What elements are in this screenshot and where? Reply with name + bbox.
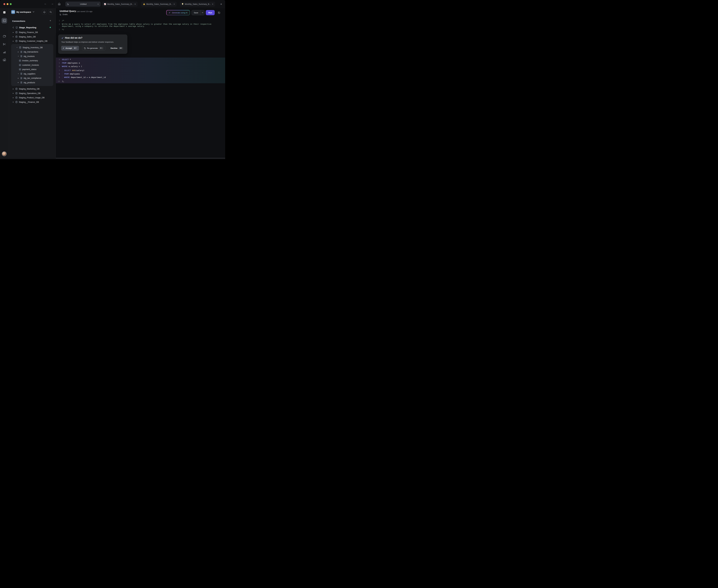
regenerate-shortcut: ⌘G xyxy=(99,47,104,49)
accept-label: Accept xyxy=(65,47,72,49)
tree-item-table[interactable]: payment_status xyxy=(11,67,53,71)
search-button[interactable] xyxy=(48,9,53,15)
forward-arrow-icon[interactable]: → xyxy=(51,2,54,5)
caret-right-icon[interactable]: ▶ xyxy=(17,51,19,52)
caret-down-icon[interactable]: ▼ xyxy=(16,47,18,48)
caret-right-icon[interactable]: ▶ xyxy=(12,101,14,103)
tree-item-label: Staging_Sales_DB xyxy=(19,36,36,38)
code-line[interactable]: SELECT AVG(salary) xyxy=(62,69,84,71)
connection-stage-reporting[interactable]: Stage_Reporting xyxy=(9,25,56,29)
regenerate-button[interactable]: Re-generate ⌘G xyxy=(82,46,105,50)
code-line[interactable]: ); xyxy=(62,80,64,83)
tree-item-database[interactable]: ▶ Staging_Finance_DB xyxy=(9,30,56,35)
decline-button[interactable]: Decline ⌘D xyxy=(109,46,125,50)
save-menu-button[interactable] xyxy=(201,10,204,15)
code-comment[interactable]: Write me a query to select all employees… xyxy=(62,23,211,25)
caret-right-icon[interactable]: ▶ xyxy=(12,88,14,89)
back-arrow-icon[interactable]: ← xyxy=(44,2,47,5)
tree-item-schema-expanded[interactable]: ▼ stg_suppliers xyxy=(11,71,53,76)
tree-item-schema[interactable]: ▶ stg_products xyxy=(11,80,53,85)
rail-item-ai-robot[interactable] xyxy=(0,58,9,61)
tree-item-database[interactable]: ▶ Staging__Finance_DB xyxy=(9,100,56,104)
traffic-zoom-button[interactable] xyxy=(10,3,12,5)
rail-item-charts[interactable] xyxy=(0,50,9,54)
close-icon[interactable]: ✕ xyxy=(97,3,99,5)
tree-item-label: Staging__Finance_DB xyxy=(19,101,39,103)
topbar-divider xyxy=(56,0,56,8)
caret-right-icon[interactable]: ▶ xyxy=(12,32,14,33)
notifications-button[interactable] xyxy=(42,9,47,15)
traffic-close-button[interactable] xyxy=(3,3,5,5)
chevron-down-icon[interactable] xyxy=(33,11,35,13)
tree-item-database[interactable]: ▶ Staging_Customer_Insights_DB xyxy=(9,39,56,43)
code-comment[interactable]: department, using a subquery to calculat… xyxy=(62,25,145,27)
close-icon[interactable]: ✕ xyxy=(212,3,213,5)
add-connection-button[interactable]: + xyxy=(49,19,51,22)
code-line[interactable]: WHERE department_id = e.department_id xyxy=(62,76,106,79)
line-number: 5 xyxy=(56,62,60,64)
rail-item-files[interactable] xyxy=(0,35,9,38)
regenerate-label: Re-generate xyxy=(87,47,98,49)
chevron-down-icon xyxy=(202,12,203,13)
tree-item-label: stg_transactions xyxy=(24,51,38,53)
user-avatar[interactable] xyxy=(2,151,6,156)
caret-right-icon[interactable]: ▶ xyxy=(12,97,14,98)
tree-item-label: Staging_Marketing_DB xyxy=(19,88,40,90)
tree-item-table[interactable]: invoice_summary xyxy=(11,58,53,63)
query-location[interactable]: Drafts xyxy=(60,13,68,16)
code-line[interactable]: SELECT * xyxy=(62,58,71,61)
run-button[interactable]: Run xyxy=(206,10,215,15)
tree-item-schema-expanded[interactable]: ▼ stg_invoices xyxy=(11,54,53,59)
feedback-title: How did we do? xyxy=(65,37,82,39)
tree-item-label: Staging_Customer_Insights_DB xyxy=(19,40,47,42)
tree-item-database[interactable]: ▶ Staging_Sales_DB xyxy=(9,35,56,39)
caret-down-icon[interactable]: ▼ xyxy=(17,73,19,75)
tree-item-database-expanded[interactable]: ▼ Staging_Inventory_DB xyxy=(11,45,53,50)
caret-right-icon[interactable]: ▶ xyxy=(17,78,19,79)
tab-untitled[interactable]: Untitled ✕ xyxy=(65,2,101,6)
caret-right-icon[interactable]: ▶ xyxy=(12,36,14,37)
new-tab-button[interactable]: + xyxy=(220,2,222,6)
tree-item-label: stg_invoices xyxy=(24,55,35,58)
caret-right-icon[interactable]: ▶ xyxy=(12,41,14,42)
rail-item-query-editor[interactable] xyxy=(2,18,7,23)
tab-monthly-sales-2[interactable]: $ Monthly_Sales_Summary_B... ✕ xyxy=(141,2,177,6)
table-grid-icon xyxy=(19,60,21,62)
decline-label: Decline xyxy=(110,47,118,49)
caret-down-icon[interactable]: ▼ xyxy=(17,56,19,57)
code-comment[interactable]: /* xyxy=(62,20,64,22)
code-comment[interactable]: */ xyxy=(62,28,64,31)
tab-monthly-sales-1[interactable]: Monthly_Sales_Summary_B... ✕ xyxy=(102,2,138,6)
workspace-name[interactable]: My workspace xyxy=(16,11,31,13)
tree-item-schema[interactable]: ▶ stg_transactions xyxy=(11,50,53,54)
caret-right-icon[interactable]: ▶ xyxy=(17,82,19,83)
accept-button[interactable]: ✓ Accept ⌘Y xyxy=(61,46,79,50)
home-icon[interactable] xyxy=(58,3,61,5)
tree-item-database[interactable]: ▶ Staging_Operations_DB xyxy=(9,91,56,96)
workspace-badge[interactable]: MB xyxy=(11,10,15,14)
tree-item-database[interactable]: ▶ Staging_Product_Usage_DB xyxy=(9,96,56,100)
light-bulb-emoji-icon xyxy=(182,3,184,5)
traffic-minimize-button[interactable] xyxy=(6,3,8,5)
tree-item-table[interactable]: customer_invoices xyxy=(11,63,53,67)
close-icon[interactable]: ✕ xyxy=(135,3,136,5)
tree-item-schema[interactable]: ▶ stg_tax_compliance xyxy=(11,76,53,80)
close-icon[interactable]: ✕ xyxy=(173,3,175,5)
caret-right-icon[interactable]: ▶ xyxy=(12,92,14,94)
tab-monthly-sales-3[interactable]: Monthly_Sales_Summary_B... ✕ xyxy=(180,2,215,6)
code-line[interactable]: FROM employees xyxy=(62,73,80,75)
database-icon xyxy=(15,101,18,103)
database-icon xyxy=(15,88,18,90)
line-number: 6 xyxy=(56,65,60,68)
code-line[interactable]: WHERE e.salary > ( xyxy=(62,65,82,68)
query-title[interactable]: Untitled Query xyxy=(60,10,76,13)
decline-shortcut: ⌘D xyxy=(119,47,123,49)
generate-ai-button[interactable]: Generate using AI xyxy=(166,10,190,15)
chevron-left-icon[interactable] xyxy=(13,26,14,28)
code-line[interactable]: FROM employees e xyxy=(62,62,80,64)
rail-item-snippets-scissors[interactable] xyxy=(0,43,9,46)
save-button[interactable]: Save xyxy=(192,10,200,15)
history-icon[interactable] xyxy=(218,11,220,14)
tree-item-database[interactable]: ▶ Staging_Marketing_DB xyxy=(9,87,56,91)
check-icon: ✓ xyxy=(63,47,64,49)
